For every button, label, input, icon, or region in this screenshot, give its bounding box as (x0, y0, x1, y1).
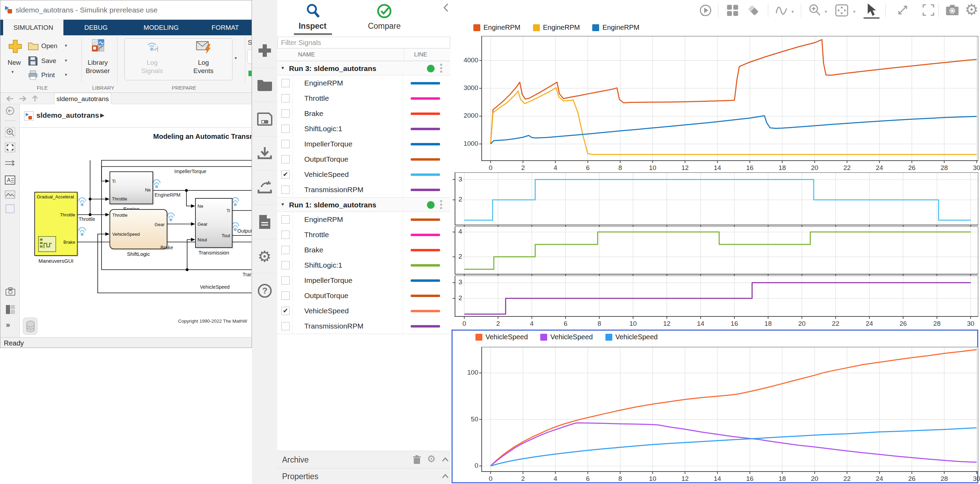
signal-row[interactable]: ✔VehicleSpeed (277, 167, 450, 182)
tab-format[interactable]: FORMAT (203, 20, 248, 35)
signal-row[interactable]: OutputTorque (277, 152, 450, 167)
signal-row[interactable]: EngineRPM (277, 212, 450, 227)
add-run-button[interactable] (252, 33, 277, 68)
signal-checkbox[interactable] (282, 322, 290, 330)
collapse-archive-icon[interactable] (441, 457, 449, 462)
signal-row[interactable]: ImpellerTorque (277, 273, 450, 288)
model-document-tab[interactable]: sldemo_autotrans (54, 93, 111, 104)
export-button[interactable] (252, 171, 277, 205)
expand-palette-icon[interactable]: » (6, 321, 10, 330)
cursor-icon[interactable] (865, 3, 877, 17)
filter-signals-input[interactable] (277, 37, 450, 48)
maneuversgui-block[interactable]: Gradual_Accelerat Throttle Brake (34, 192, 78, 256)
save-dropdown-caret[interactable]: ▾ (65, 58, 67, 63)
model-canvas[interactable]: Modeling an Automatic Transm Gradual_Acc… (20, 128, 252, 337)
save-button[interactable]: Save (41, 57, 56, 65)
signal-checkbox[interactable] (282, 125, 290, 133)
signal-checkbox[interactable]: ✔ (282, 170, 290, 179)
signal-row[interactable]: Brake (277, 242, 450, 257)
hide-browser-icon[interactable] (5, 106, 15, 116)
signal-row[interactable]: ImpellerTorque (277, 136, 450, 152)
signal-checkbox[interactable] (282, 276, 290, 285)
log-signals-button-line2[interactable]: Signals (138, 67, 166, 75)
signal-wave-icon[interactable] (775, 3, 789, 17)
signal-checkbox[interactable] (282, 215, 290, 224)
camera-icon[interactable] (945, 4, 959, 16)
log-events-button-line2[interactable]: Events (189, 67, 217, 75)
back-icon[interactable] (6, 95, 14, 102)
signal-row[interactable]: Throttle (277, 91, 450, 106)
signal-row[interactable]: Throttle (277, 227, 450, 242)
properties-section-bar[interactable]: Properties (277, 468, 450, 484)
zoom-caret[interactable]: ▾ (825, 9, 827, 14)
signal-checkbox[interactable] (282, 140, 290, 148)
open-button[interactable]: Open (41, 42, 57, 50)
library-browser-button-line2[interactable]: Browser (84, 67, 111, 75)
data-store-button[interactable] (23, 317, 37, 335)
collapse-panel-icon[interactable] (443, 3, 449, 13)
annotation-icon[interactable]: A (5, 175, 16, 185)
run-header[interactable]: ▾Run 3: sldemo_autotrans (277, 61, 450, 76)
tab-simulation[interactable]: SIMULATION (3, 20, 64, 35)
eraser-icon[interactable] (747, 4, 760, 17)
breadcrumb-caret-icon[interactable]: ▶ (100, 112, 104, 118)
save-session-button[interactable] (252, 102, 277, 136)
run-expand-icon[interactable]: ▾ (282, 65, 284, 71)
run-menu-icon[interactable] (440, 200, 442, 209)
play-icon[interactable] (698, 3, 713, 17)
tab-modeling[interactable]: MODELING (137, 20, 185, 35)
library-browser-icon[interactable] (91, 39, 105, 52)
tab-debug[interactable]: DEBUG (75, 20, 117, 35)
plot-settings-gear-icon[interactable]: ⚙ (965, 1, 978, 18)
log-signals-icon[interactable] (145, 40, 161, 53)
import-button[interactable] (252, 136, 277, 171)
log-events-button[interactable]: Log (189, 59, 217, 67)
new-button[interactable]: New (5, 59, 23, 67)
collapse-properties-icon[interactable] (441, 473, 449, 479)
signal-row[interactable]: Brake (277, 106, 450, 121)
open-folder-icon[interactable] (28, 41, 39, 51)
box-area-icon[interactable] (5, 204, 15, 214)
signal-row[interactable]: TransmissionRPM (277, 182, 450, 197)
run-expand-icon[interactable]: ▾ (282, 201, 284, 207)
log-events-icon[interactable] (196, 40, 212, 54)
trash-icon[interactable] (412, 455, 422, 465)
signal-checkbox[interactable] (282, 79, 290, 87)
archive-settings-gear-icon[interactable]: ⚙ (427, 453, 436, 465)
tab-compare[interactable]: Compare (364, 21, 405, 31)
expand-icon[interactable] (896, 3, 909, 17)
report-button[interactable] (252, 205, 277, 239)
signal-checkbox[interactable]: ✔ (282, 307, 290, 315)
preferences-button[interactable]: ⚙ (252, 239, 277, 273)
layout-grid-icon[interactable] (726, 4, 739, 17)
signal-checkbox[interactable] (282, 261, 290, 269)
new-dropdown-caret[interactable]: ▾ (11, 69, 14, 75)
up-icon[interactable] (32, 95, 38, 103)
layout-icon[interactable] (5, 304, 16, 315)
shiftlogic-block[interactable]: Throttle VehicleSpeed Gear (110, 209, 167, 249)
open-session-button[interactable] (252, 68, 277, 102)
tab-inspect[interactable]: Inspect (292, 21, 333, 31)
print-button[interactable]: Print (41, 71, 55, 79)
signal-checkbox[interactable] (282, 186, 290, 194)
zoom-in-icon[interactable] (808, 3, 822, 17)
fit-to-view-icon[interactable] (5, 142, 16, 153)
save-icon[interactable] (28, 56, 38, 66)
prepare-gallery-caret[interactable]: ▾ (235, 56, 237, 60)
signal-checkbox[interactable] (282, 109, 290, 118)
log-signals-button[interactable]: Log (138, 59, 166, 67)
signal-lines-icon[interactable] (5, 159, 16, 168)
signal-row[interactable]: OutputTorque (277, 288, 450, 303)
fit-view-icon[interactable] (834, 3, 849, 17)
open-dropdown-caret[interactable]: ▾ (65, 43, 67, 48)
transmission-block[interactable]: Ne Gear Nout Ti Tout (195, 198, 232, 248)
signal-checkbox[interactable] (282, 94, 290, 103)
signal-row[interactable]: ShiftLogic:1 (277, 257, 450, 273)
print-icon[interactable] (28, 70, 38, 80)
screenshot-icon[interactable] (5, 287, 16, 296)
signal-wave-caret[interactable]: ▾ (791, 9, 794, 14)
image-icon[interactable] (5, 190, 16, 199)
signal-row[interactable]: ✔VehicleSpeed (277, 303, 450, 319)
breadcrumb-item[interactable]: sldemo_autotrans (37, 111, 99, 119)
forward-icon[interactable] (18, 95, 27, 102)
